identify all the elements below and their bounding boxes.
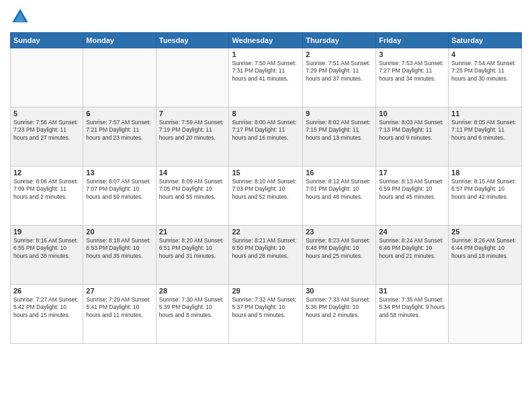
calendar-cell: 5Sunrise: 7:56 AM Sunset: 7:23 PM Daylig…: [11, 107, 83, 167]
day-number: 4: [451, 50, 519, 58]
day-info: Sunrise: 8:00 AM Sunset: 7:17 PM Dayligh…: [232, 119, 300, 142]
calendar-cell: 14Sunrise: 8:09 AM Sunset: 7:05 PM Dayli…: [156, 167, 229, 226]
day-info: Sunrise: 8:03 AM Sunset: 7:13 PM Dayligh…: [379, 119, 445, 142]
weekday-header-monday: Monday: [83, 33, 156, 48]
weekday-header-thursday: Thursday: [303, 33, 376, 48]
weekday-header-row: SundayMondayTuesdayWednesdayThursdayFrid…: [11, 33, 522, 48]
calendar-cell: 13Sunrise: 8:07 AM Sunset: 7:07 PM Dayli…: [83, 167, 156, 226]
day-number: 31: [379, 287, 445, 295]
day-number: 24: [379, 228, 445, 236]
calendar-cell: [11, 48, 83, 107]
calendar-cell: 3Sunrise: 7:53 AM Sunset: 7:27 PM Daylig…: [376, 48, 449, 107]
day-number: 27: [86, 287, 152, 295]
header: [10, 7, 522, 27]
day-info: Sunrise: 7:53 AM Sunset: 7:27 PM Dayligh…: [379, 60, 445, 83]
calendar-cell: 31Sunrise: 7:35 AM Sunset: 5:34 PM Dayli…: [376, 285, 449, 344]
day-info: Sunrise: 7:35 AM Sunset: 5:34 PM Dayligh…: [379, 296, 445, 319]
day-number: 7: [159, 109, 226, 118]
calendar-cell: 19Sunrise: 8:16 AM Sunset: 6:55 PM Dayli…: [11, 226, 83, 285]
day-number: 19: [13, 228, 80, 236]
calendar-cell: 6Sunrise: 7:57 AM Sunset: 7:21 PM Daylig…: [83, 107, 156, 167]
weekday-header-saturday: Saturday: [449, 33, 522, 48]
day-info: Sunrise: 8:21 AM Sunset: 6:50 PM Dayligh…: [232, 237, 300, 260]
week-row-1: 1Sunrise: 7:50 AM Sunset: 7:31 PM Daylig…: [11, 48, 522, 107]
day-number: 26: [13, 287, 80, 295]
day-number: 21: [159, 228, 226, 236]
day-number: 1: [232, 50, 300, 58]
weekday-header-wednesday: Wednesday: [229, 33, 303, 48]
day-info: Sunrise: 8:16 AM Sunset: 6:55 PM Dayligh…: [13, 237, 80, 260]
day-info: Sunrise: 8:23 AM Sunset: 6:48 PM Dayligh…: [306, 237, 373, 260]
calendar-cell: [449, 285, 522, 344]
day-info: Sunrise: 8:10 AM Sunset: 7:03 PM Dayligh…: [232, 178, 300, 201]
day-info: Sunrise: 8:15 AM Sunset: 6:57 PM Dayligh…: [451, 178, 519, 201]
day-number: 14: [159, 169, 226, 177]
day-info: Sunrise: 7:56 AM Sunset: 7:23 PM Dayligh…: [13, 119, 80, 142]
calendar-cell: 8Sunrise: 8:00 AM Sunset: 7:17 PM Daylig…: [229, 107, 303, 167]
calendar-cell: 30Sunrise: 7:33 AM Sunset: 5:36 PM Dayli…: [303, 285, 376, 344]
day-number: 2: [306, 50, 373, 58]
day-info: Sunrise: 7:29 AM Sunset: 5:41 PM Dayligh…: [86, 296, 152, 319]
day-info: Sunrise: 8:06 AM Sunset: 7:09 PM Dayligh…: [13, 178, 80, 201]
page: SundayMondayTuesdayWednesdayThursdayFrid…: [0, 0, 532, 411]
day-info: Sunrise: 8:18 AM Sunset: 6:53 PM Dayligh…: [86, 237, 152, 260]
calendar-cell: 26Sunrise: 7:27 AM Sunset: 5:42 PM Dayli…: [11, 285, 83, 344]
calendar-cell: 10Sunrise: 8:03 AM Sunset: 7:13 PM Dayli…: [376, 107, 449, 167]
day-number: 3: [379, 50, 445, 58]
calendar-cell: 25Sunrise: 8:26 AM Sunset: 6:44 PM Dayli…: [449, 226, 522, 285]
weekday-header-sunday: Sunday: [11, 33, 83, 48]
day-info: Sunrise: 7:57 AM Sunset: 7:21 PM Dayligh…: [86, 119, 152, 142]
day-number: 9: [306, 109, 373, 118]
day-number: 17: [379, 169, 445, 177]
day-number: 6: [86, 109, 152, 118]
day-number: 13: [86, 169, 152, 177]
week-row-3: 12Sunrise: 8:06 AM Sunset: 7:09 PM Dayli…: [11, 167, 522, 226]
day-info: Sunrise: 7:30 AM Sunset: 5:39 PM Dayligh…: [159, 296, 226, 319]
day-number: 30: [306, 287, 373, 295]
calendar-cell: 7Sunrise: 7:59 AM Sunset: 7:19 PM Daylig…: [156, 107, 229, 167]
day-number: 18: [451, 169, 519, 177]
calendar-cell: 20Sunrise: 8:18 AM Sunset: 6:53 PM Dayli…: [83, 226, 156, 285]
calendar: SundayMondayTuesdayWednesdayThursdayFrid…: [10, 32, 522, 344]
day-info: Sunrise: 7:50 AM Sunset: 7:31 PM Dayligh…: [232, 60, 300, 83]
day-number: 23: [306, 228, 373, 236]
day-number: 16: [306, 169, 373, 177]
calendar-cell: 18Sunrise: 8:15 AM Sunset: 6:57 PM Dayli…: [449, 167, 522, 226]
day-number: 8: [232, 109, 300, 118]
calendar-cell: 24Sunrise: 8:24 AM Sunset: 6:46 PM Dayli…: [376, 226, 449, 285]
week-row-2: 5Sunrise: 7:56 AM Sunset: 7:23 PM Daylig…: [11, 107, 522, 167]
logo: [10, 7, 33, 27]
logo-icon: [10, 7, 30, 27]
week-row-4: 19Sunrise: 8:16 AM Sunset: 6:55 PM Dayli…: [11, 226, 522, 285]
calendar-cell: 16Sunrise: 8:12 AM Sunset: 7:01 PM Dayli…: [303, 167, 376, 226]
calendar-cell: 28Sunrise: 7:30 AM Sunset: 5:39 PM Dayli…: [156, 285, 229, 344]
day-info: Sunrise: 7:54 AM Sunset: 7:25 PM Dayligh…: [451, 60, 519, 83]
day-info: Sunrise: 8:13 AM Sunset: 6:59 PM Dayligh…: [379, 178, 445, 201]
calendar-cell: 21Sunrise: 8:20 AM Sunset: 6:51 PM Dayli…: [156, 226, 229, 285]
calendar-cell: [156, 48, 229, 107]
day-number: 22: [232, 228, 300, 236]
calendar-cell: 15Sunrise: 8:10 AM Sunset: 7:03 PM Dayli…: [229, 167, 303, 226]
day-number: 25: [451, 228, 519, 236]
calendar-cell: [83, 48, 156, 107]
calendar-cell: 17Sunrise: 8:13 AM Sunset: 6:59 PM Dayli…: [376, 167, 449, 226]
calendar-cell: 22Sunrise: 8:21 AM Sunset: 6:50 PM Dayli…: [229, 226, 303, 285]
day-number: 28: [159, 287, 226, 295]
weekday-header-tuesday: Tuesday: [156, 33, 229, 48]
day-info: Sunrise: 8:02 AM Sunset: 7:15 PM Dayligh…: [306, 119, 373, 142]
calendar-cell: 12Sunrise: 8:06 AM Sunset: 7:09 PM Dayli…: [11, 167, 83, 226]
day-info: Sunrise: 8:07 AM Sunset: 7:07 PM Dayligh…: [86, 178, 152, 201]
week-row-5: 26Sunrise: 7:27 AM Sunset: 5:42 PM Dayli…: [11, 285, 522, 344]
day-number: 29: [232, 287, 300, 295]
day-info: Sunrise: 8:09 AM Sunset: 7:05 PM Dayligh…: [159, 178, 226, 201]
day-number: 20: [86, 228, 152, 236]
calendar-cell: 27Sunrise: 7:29 AM Sunset: 5:41 PM Dayli…: [83, 285, 156, 344]
day-info: Sunrise: 7:33 AM Sunset: 5:36 PM Dayligh…: [306, 296, 373, 319]
calendar-cell: 2Sunrise: 7:51 AM Sunset: 7:29 PM Daylig…: [303, 48, 376, 107]
day-number: 10: [379, 109, 445, 118]
weekday-header-friday: Friday: [376, 33, 449, 48]
calendar-cell: 1Sunrise: 7:50 AM Sunset: 7:31 PM Daylig…: [229, 48, 303, 107]
day-info: Sunrise: 8:26 AM Sunset: 6:44 PM Dayligh…: [451, 237, 519, 260]
day-info: Sunrise: 7:32 AM Sunset: 5:37 PM Dayligh…: [232, 296, 300, 319]
calendar-cell: 9Sunrise: 8:02 AM Sunset: 7:15 PM Daylig…: [303, 107, 376, 167]
